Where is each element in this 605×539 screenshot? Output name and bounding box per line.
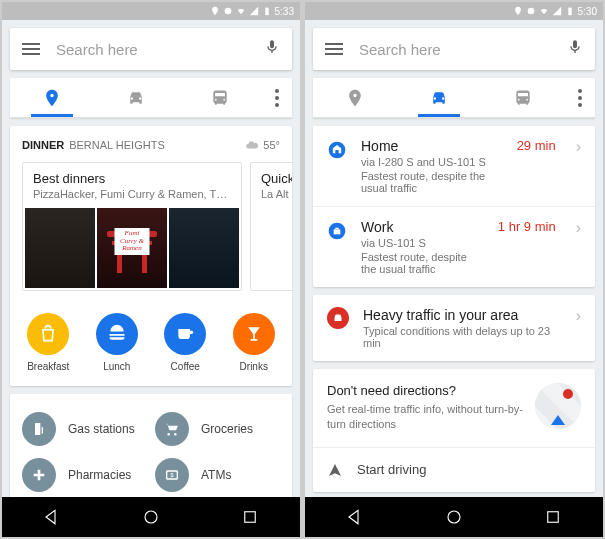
home-pin-icon [327, 140, 347, 160]
dest-work[interactable]: Work via US-101 S Fastest route, despite… [313, 207, 595, 287]
map-preview-icon [535, 383, 581, 429]
sync-icon [526, 6, 536, 16]
cat-breakfast[interactable]: Breakfast [14, 313, 83, 372]
dinner-location: BERNAL HEIGHTS [69, 139, 165, 151]
svg-rect-10 [334, 229, 341, 234]
home-icon[interactable] [445, 508, 463, 526]
svg-rect-5 [245, 512, 256, 523]
location-icon [513, 6, 523, 16]
nav-bar [2, 497, 300, 537]
srv-gas[interactable]: Gas stations [18, 406, 151, 452]
restaurant-image: Fumi Curry & Ramen [97, 208, 167, 288]
hamburger-icon[interactable] [325, 43, 343, 55]
signal-icon [249, 6, 259, 16]
search-input[interactable]: Search here [343, 41, 567, 58]
work-pin-icon [327, 221, 347, 241]
chevron-right-icon: › [576, 307, 581, 325]
restaurant-image [25, 208, 95, 288]
status-time: 5:33 [275, 6, 294, 17]
back-icon[interactable] [346, 508, 364, 526]
svg-point-6 [527, 8, 534, 15]
battery-icon [262, 6, 272, 16]
svg-rect-7 [568, 8, 571, 16]
hamburger-icon[interactable] [22, 43, 40, 55]
sync-icon [223, 6, 233, 16]
dest-home[interactable]: Home via I-280 S and US-101 S Fastest ro… [313, 126, 595, 207]
content-explore: DINNER BERNAL HEIGHTS 55° Best dinners P… [2, 118, 300, 497]
cloud-icon [245, 138, 259, 152]
destinations-card: Home via I-280 S and US-101 S Fastest ro… [313, 126, 595, 287]
restaurant-image [169, 208, 239, 288]
location-icon [210, 6, 220, 16]
dinner-item[interactable]: Best dinners PizzaHacker, Fumi Curry & R… [22, 162, 242, 291]
srv-groceries[interactable]: Groceries [151, 406, 284, 452]
tab-transit[interactable] [481, 78, 565, 117]
tab-explore[interactable] [10, 78, 94, 117]
nav-bar [305, 497, 603, 537]
status-bar: 5:30 [305, 2, 603, 20]
srv-atms[interactable]: $ATMs [151, 452, 284, 497]
phone-driving: 5:30 Search here Home via I-280 S and US… [305, 2, 603, 537]
search-bar[interactable]: Search here [10, 28, 292, 70]
dinner-card: DINNER BERNAL HEIGHTS 55° Best dinners P… [10, 126, 292, 386]
tab-explore[interactable] [313, 78, 397, 117]
svg-rect-1 [265, 8, 268, 16]
tabs [313, 78, 595, 118]
start-driving-button[interactable]: Start driving [313, 447, 595, 492]
recent-icon[interactable] [241, 508, 259, 526]
svg-rect-13 [548, 512, 559, 523]
back-icon[interactable] [43, 508, 61, 526]
svg-point-4 [145, 511, 157, 523]
weather: 55° [245, 138, 280, 152]
tab-driving[interactable] [397, 78, 481, 117]
status-time: 5:30 [578, 6, 597, 17]
mic-icon[interactable] [264, 37, 280, 61]
search-bar[interactable]: Search here [313, 28, 595, 70]
more-icon[interactable] [565, 89, 595, 107]
chevron-right-icon: › [576, 138, 581, 156]
dinner-label: DINNER [22, 139, 64, 151]
srv-pharmacies[interactable]: Pharmacies [18, 452, 151, 497]
home-icon[interactable] [142, 508, 160, 526]
tabs [10, 78, 292, 118]
phone-explore: 5:33 Search here DINNER BERNAL HEIGHTS 5… [2, 2, 300, 537]
svg-point-12 [448, 511, 460, 523]
cat-lunch[interactable]: Lunch [83, 313, 152, 372]
battery-icon [565, 6, 575, 16]
content-driving: Home via I-280 S and US-101 S Fastest ro… [305, 118, 603, 497]
traffic-card[interactable]: Heavy traffic in your area Typical condi… [313, 295, 595, 361]
svg-rect-11 [335, 228, 338, 230]
svg-text:$: $ [171, 472, 174, 478]
tab-transit[interactable] [178, 78, 262, 117]
cat-coffee[interactable]: Coffee [151, 313, 220, 372]
mic-icon[interactable] [567, 37, 583, 61]
wifi-icon [539, 6, 549, 16]
wifi-icon [236, 6, 246, 16]
search-input[interactable]: Search here [40, 41, 264, 58]
no-directions-card: Don't need directions? Get real-time tra… [313, 369, 595, 492]
services-card: Gas stations Groceries Pharmacies $ATMs [10, 394, 292, 497]
traffic-icon [327, 307, 349, 329]
status-bar: 5:33 [2, 2, 300, 20]
tab-driving[interactable] [94, 78, 178, 117]
dinner-item[interactable]: Quick La Alt [250, 162, 292, 291]
chevron-right-icon: › [576, 219, 581, 237]
more-icon[interactable] [262, 89, 292, 107]
recent-icon[interactable] [544, 508, 562, 526]
cat-drinks[interactable]: Drinks [220, 313, 289, 372]
navigate-icon [327, 462, 343, 478]
categories: Breakfast Lunch Coffee Drinks [10, 303, 292, 386]
signal-icon [552, 6, 562, 16]
svg-point-0 [224, 8, 231, 15]
